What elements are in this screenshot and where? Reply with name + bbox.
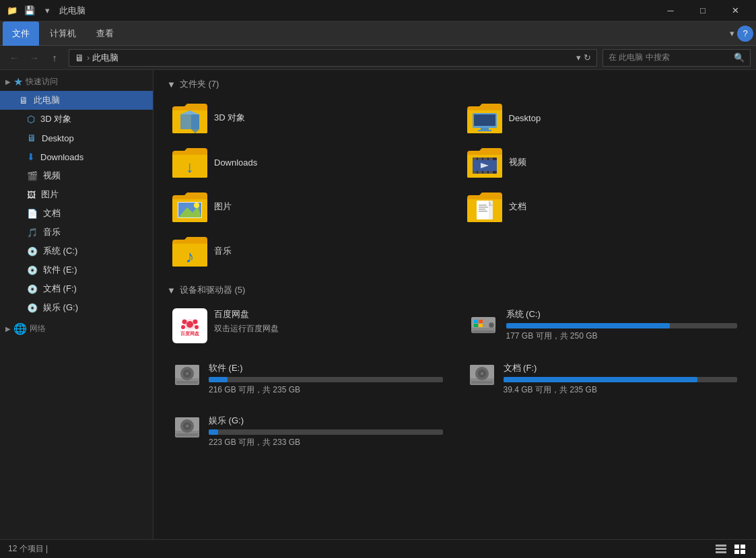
sidebar-item-downloads[interactable]: ⬇ Downloads bbox=[0, 147, 153, 166]
ribbon-more[interactable]: ▾ ? bbox=[730, 26, 753, 42]
ribbon: 文件 计算机 查看 ▾ ? bbox=[0, 22, 756, 46]
folder-desktop-label: Desktop bbox=[509, 113, 541, 123]
back-button[interactable]: ← bbox=[5, 49, 23, 67]
folder-documents[interactable]: 文档 bbox=[462, 187, 743, 226]
svg-rect-24 bbox=[477, 201, 489, 219]
soft-e-icon-wrapper bbox=[172, 362, 202, 390]
svg-rect-14 bbox=[478, 171, 482, 174]
svg-rect-9 bbox=[473, 158, 477, 160]
svg-rect-46 bbox=[479, 324, 483, 327]
sidebar-item-soft-e[interactable]: 💿 软件 (E:) bbox=[0, 260, 153, 279]
folder-downloads-svg: ↓ bbox=[172, 147, 207, 178]
path-dropdown[interactable]: ▾ bbox=[576, 53, 581, 63]
content-area: ▼ 文件夹 (7) 3D 对象 bbox=[153, 70, 756, 539]
minimize-button[interactable]: ─ bbox=[655, 0, 686, 22]
sidebar-quick-access[interactable]: ▶ ★ 快速访问 bbox=[0, 73, 153, 91]
svg-point-64 bbox=[186, 425, 188, 427]
tab-computer[interactable]: 计算机 bbox=[40, 22, 85, 46]
folder-documents-svg bbox=[467, 191, 502, 222]
svg-point-35 bbox=[181, 325, 185, 329]
3d-icon: ⬡ bbox=[27, 114, 35, 125]
sidebar-item-this-pc[interactable]: 🖥 此电脑 bbox=[0, 91, 153, 110]
search-box[interactable]: 在 此电脑 中搜索 🔍 bbox=[603, 49, 751, 67]
soft-e-name: 软件 (E:) bbox=[209, 362, 443, 374]
folder-downloads-label: Downloads bbox=[214, 158, 257, 168]
device-baidu[interactable]: 百度网盘 百度网盘 双击运行百度网盘 bbox=[167, 304, 448, 347]
soft-e-bar-bg bbox=[209, 377, 443, 382]
search-icon[interactable]: 🔍 bbox=[734, 53, 745, 63]
close-button[interactable]: ✕ bbox=[720, 0, 751, 22]
sidebar-item-3d[interactable]: ⬡ 3D 对象 bbox=[0, 110, 153, 129]
address-path[interactable]: 🖥 › 此电脑 ▾ ↻ bbox=[69, 49, 597, 67]
folders-grid: 3D 对象 Desktop bbox=[167, 98, 743, 271]
list-view-button[interactable] bbox=[713, 542, 729, 557]
tab-view[interactable]: 查看 bbox=[87, 22, 123, 46]
title-bar-icons: 📁 💾 ▾ bbox=[5, 4, 54, 18]
entertainment-g-icon-wrapper bbox=[172, 415, 202, 443]
folder-videos-icon-wrapper bbox=[467, 147, 502, 178]
entertainment-g-bar-bg bbox=[209, 429, 443, 435]
up-button[interactable]: ↑ bbox=[46, 49, 63, 67]
folder-3d[interactable]: 3D 对象 bbox=[167, 98, 448, 137]
sidebar-item-videos[interactable]: 🎬 视频 bbox=[0, 166, 153, 185]
svg-rect-68 bbox=[734, 545, 739, 549]
device-entertainment-g[interactable]: 娱乐 (G:) 223 GB 可用，共 233 GB bbox=[167, 411, 448, 452]
view-controls bbox=[713, 542, 748, 557]
sidebar-soft-e-label: 软件 (E:) bbox=[43, 264, 77, 276]
baidu-subtitle: 双击运行百度网盘 bbox=[214, 323, 443, 335]
folder-downloads-icon-wrapper: ↓ bbox=[172, 147, 207, 178]
documents-f-icon-wrapper bbox=[467, 362, 497, 390]
svg-rect-67 bbox=[716, 551, 726, 553]
forward-button[interactable]: → bbox=[26, 49, 43, 67]
help-button[interactable]: ? bbox=[737, 26, 753, 42]
window-title: 此电脑 bbox=[59, 5, 85, 17]
sidebar-documents-f-label: 文档 (F:) bbox=[43, 283, 77, 295]
search-placeholder: 在 此电脑 中搜索 bbox=[609, 52, 670, 63]
video-icon: 🎬 bbox=[27, 171, 38, 181]
drive-e-icon: 💿 bbox=[27, 265, 38, 275]
tab-file[interactable]: 文件 bbox=[3, 22, 39, 46]
sidebar-documents-label: 文档 bbox=[43, 207, 61, 219]
sidebar-item-pictures[interactable]: 🖼 图片 bbox=[0, 185, 153, 204]
chevron-right-icon-net: ▶ bbox=[5, 325, 11, 333]
svg-rect-10 bbox=[478, 158, 482, 160]
dropdown-icon[interactable]: ▾ bbox=[40, 4, 54, 18]
sidebar-item-documents[interactable]: 📄 文档 bbox=[0, 204, 153, 223]
device-system-c[interactable]: 系统 (C:) 177 GB 可用，共 250 GB bbox=[462, 304, 743, 347]
save-icon[interactable]: 💾 bbox=[23, 4, 36, 18]
svg-rect-12 bbox=[489, 158, 493, 160]
folder-music[interactable]: ♪ 音乐 bbox=[167, 232, 448, 271]
svg-point-52 bbox=[186, 372, 188, 375]
svg-text:♪: ♪ bbox=[186, 246, 195, 267]
devices-section-header[interactable]: ▼ 设备和驱动器 (5) bbox=[167, 284, 743, 296]
folders-arrow: ▼ bbox=[167, 79, 176, 90]
folder-desktop-icon-wrapper bbox=[467, 102, 502, 133]
device-documents-f[interactable]: 文档 (F:) 39.4 GB 可用，共 235 GB bbox=[462, 358, 743, 400]
folder-downloads[interactable]: ↓ Downloads bbox=[167, 143, 448, 182]
devices-arrow: ▼ bbox=[167, 285, 176, 295]
device-soft-e[interactable]: 软件 (E:) 216 GB 可用，共 235 GB bbox=[167, 358, 448, 400]
folder-desktop[interactable]: Desktop bbox=[462, 98, 743, 137]
maximize-button[interactable]: □ bbox=[687, 0, 718, 22]
svg-rect-49 bbox=[176, 381, 198, 384]
system-c-name: 系统 (C:) bbox=[506, 308, 738, 320]
svg-rect-43 bbox=[474, 320, 478, 323]
sidebar-item-music[interactable]: 🎵 音乐 bbox=[0, 223, 153, 242]
folder-pictures[interactable]: 图片 bbox=[167, 187, 448, 226]
sidebar-item-system-c[interactable]: 💿 系统 (C:) bbox=[0, 242, 153, 260]
folder-videos[interactable]: 视频 bbox=[462, 143, 743, 182]
sidebar-network[interactable]: ▶ 🌐 网络 bbox=[0, 320, 153, 338]
folders-section-header[interactable]: ▼ 文件夹 (7) bbox=[167, 78, 743, 90]
folder-videos-svg bbox=[467, 147, 502, 178]
sidebar-item-entertainment-g[interactable]: 💿 娱乐 (G:) bbox=[0, 298, 153, 317]
svg-point-42 bbox=[490, 324, 493, 326]
refresh-button[interactable]: ↻ bbox=[584, 53, 591, 63]
sidebar-system-c-label: 系统 (C:) bbox=[43, 245, 77, 257]
star-icon: ★ bbox=[13, 75, 23, 88]
sidebar-item-desktop[interactable]: 🖥 Desktop bbox=[0, 129, 153, 147]
ribbon-more-arrow: ▾ bbox=[730, 28, 734, 38]
sidebar-item-documents-f[interactable]: 💿 文档 (F:) bbox=[0, 279, 153, 298]
folder-music-label: 音乐 bbox=[214, 245, 232, 257]
grid-view-button[interactable] bbox=[732, 542, 748, 557]
svg-point-33 bbox=[182, 320, 187, 324]
